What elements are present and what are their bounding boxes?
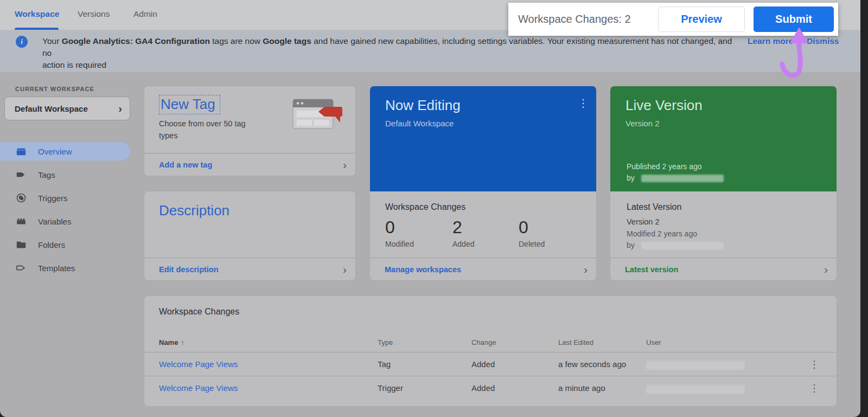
add-new-tag-action[interactable]: Add a new tag › (144, 153, 355, 176)
workspace-changes-count: Workspace Changes: 2 (518, 13, 658, 25)
now-editing-hero: Now Editing Default Workspace ⋮ (370, 86, 596, 191)
table-row: Welcome Page Views Tag Added a few secon… (144, 352, 837, 376)
redacted-user-name (646, 385, 745, 394)
manage-workspaces-action[interactable]: Manage workspaces › (370, 258, 596, 280)
sidebar-item-label: Variables (38, 217, 71, 226)
banner-bold-ga4: Google Analytics: GA4 Configuration (62, 36, 210, 46)
stat-modified-value: 0 (385, 217, 414, 238)
triggers-icon (15, 192, 27, 204)
sidebar-item-variables[interactable]: Variables (0, 212, 130, 230)
more-vertical-icon[interactable]: ⋮ (578, 98, 589, 108)
banner-text-part: tags are now (210, 36, 263, 46)
latest-version-label: Latest version (625, 265, 824, 274)
gtm-window: Workspace Versions Admin i Your Google A… (0, 0, 860, 417)
workspace-selector-name: Default Workspace (15, 104, 118, 113)
workspace-selector[interactable]: Default Workspace › (4, 97, 130, 120)
sidebar-item-folders[interactable]: Folders (0, 235, 130, 254)
sidebar-item-label: Tags (38, 170, 55, 179)
more-vertical-icon[interactable]: ⋮ (809, 358, 819, 370)
sort-ascending-icon: ↑ (181, 338, 184, 347)
live-version-card: Live Version Version 2 Published 2 years… (610, 86, 837, 281)
live-version-hero: Live Version Version 2 Published 2 years… (610, 86, 837, 191)
sidebar-item-label: Triggers (38, 194, 67, 203)
stat-modified-label: Modified (385, 240, 414, 248)
variables-icon (15, 215, 27, 227)
dismiss-link[interactable]: Dismiss (807, 36, 839, 46)
ga4-info-banner: i Your Google Analytics: GA4 Configurati… (0, 30, 860, 72)
redacted-user-name (646, 361, 745, 370)
manage-workspaces-label: Manage workspaces (385, 265, 584, 274)
row-name-link[interactable]: Welcome Page Views (159, 383, 238, 393)
description-title: Description (159, 202, 229, 219)
banner-bold-google-tags: Google tags (263, 36, 311, 46)
stat-deleted-label: Deleted (519, 240, 545, 248)
info-icon: i (16, 36, 28, 48)
banner-message: Your Google Analytics: GA4 Configuration… (42, 35, 743, 71)
published-ago-text: Published 2 years ago (627, 162, 702, 171)
current-workspace-label: CURRENT WORKSPACE (15, 86, 94, 92)
tab-workspace[interactable]: Workspace (15, 9, 59, 19)
column-header-user[interactable]: User (646, 338, 661, 347)
sidebar-nav: Overview Tags Triggers Variables (0, 142, 130, 282)
tab-versions[interactable]: Versions (78, 9, 110, 19)
row-type: Tag (378, 360, 391, 369)
chevron-right-icon: › (824, 263, 828, 276)
banner-text-part: action is required (42, 60, 106, 69)
stat-added-label: Added (452, 240, 474, 248)
tab-admin[interactable]: Admin (133, 9, 157, 19)
stat-deleted-value: 0 (519, 217, 545, 238)
sidebar-item-templates[interactable]: Templates (0, 259, 130, 277)
latest-version-heading: Latest Version (627, 202, 681, 212)
edit-description-label: Edit description (159, 265, 343, 274)
sidebar-item-label: Overview (38, 147, 72, 156)
table-body: Welcome Page Views Tag Added a few secon… (144, 352, 837, 400)
sidebar-item-tags[interactable]: Tags (0, 165, 130, 184)
screenshot-root: Workspace Versions Admin i Your Google A… (0, 0, 868, 417)
stat-deleted: 0 Deleted (519, 217, 545, 248)
chevron-right-icon: › (343, 263, 347, 276)
column-header-last-edited[interactable]: Last Edited (558, 338, 593, 347)
sidebar-item-overview[interactable]: Overview (0, 142, 130, 161)
stat-modified: 0 Modified (385, 217, 414, 248)
row-name-link[interactable]: Welcome Page Views (159, 360, 238, 369)
latest-modified-ago-text: Modified 2 years ago (627, 229, 697, 238)
workspace-changes-table-card: Workspace Changes Name↑ Type Change Last… (144, 296, 837, 407)
new-tag-title[interactable]: New Tag (159, 95, 220, 114)
latest-version-action[interactable]: Latest version › (610, 258, 837, 280)
stat-added-value: 2 (452, 217, 474, 238)
row-change: Added (471, 383, 495, 393)
table-row: Welcome Page Views Trigger Added a minut… (144, 376, 837, 400)
latest-by-label: by (627, 241, 635, 249)
now-editing-subtitle: Default Workspace (385, 119, 454, 128)
column-header-change[interactable]: Change (471, 338, 496, 347)
row-last-edited: a minute ago (558, 383, 605, 393)
chevron-right-icon: › (118, 102, 122, 115)
table-title: Workspace Changes (159, 307, 239, 317)
new-tag-illustration-icon (292, 98, 344, 134)
latest-version-number: Version 2 (627, 217, 659, 226)
sidebar-item-triggers[interactable]: Triggers (0, 189, 130, 207)
column-header-type[interactable]: Type (378, 338, 393, 347)
row-last-edited: a few seconds ago (558, 360, 626, 369)
banner-text-part: Your (42, 36, 62, 46)
published-by-label: by (627, 174, 635, 182)
edit-description-action[interactable]: Edit description › (144, 258, 355, 280)
overview-icon (15, 145, 27, 157)
learn-more-link[interactable]: Learn more (748, 36, 793, 46)
tags-icon (15, 169, 27, 181)
submit-button[interactable]: Submit (754, 7, 834, 32)
stat-added: 2 Added (452, 217, 474, 248)
row-type: Trigger (378, 383, 403, 393)
preview-button[interactable]: Preview (658, 7, 745, 32)
column-header-name-label: Name (159, 338, 178, 347)
new-tag-card: New Tag Choose from over 50 tag types Ad… (144, 86, 356, 176)
new-tag-subtitle: Choose from over 50 tag types (159, 118, 259, 142)
folders-icon (15, 239, 27, 251)
live-version-number: Version 2 (626, 119, 660, 128)
now-editing-title: Now Editing (385, 97, 461, 114)
workspace-changes-heading: Workspace Changes (385, 202, 465, 212)
column-header-name[interactable]: Name↑ (159, 338, 184, 347)
add-new-tag-label: Add a new tag (159, 161, 343, 169)
sidebar-item-label: Folders (38, 240, 65, 249)
more-vertical-icon[interactable]: ⋮ (809, 382, 819, 394)
